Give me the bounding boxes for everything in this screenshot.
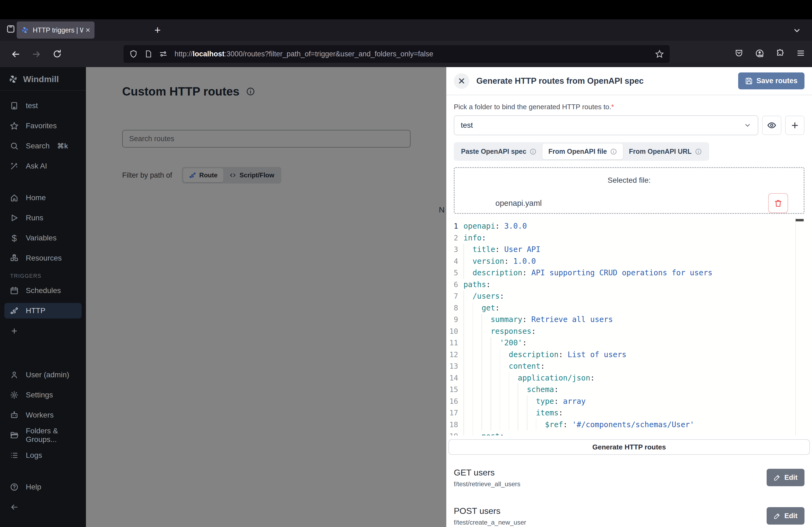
required-asterisk: * — [611, 103, 614, 111]
save-icon — [745, 77, 753, 85]
robot-icon — [10, 410, 19, 420]
sidebar-item-help[interactable]: Help — [4, 479, 82, 495]
user-icon — [10, 370, 19, 379]
route-icon — [10, 306, 19, 315]
route-item: GET users f/test/retrieve_all_users Edit — [454, 468, 804, 488]
sidebar-item-search[interactable]: Search ⌘k — [4, 138, 82, 154]
info-icon — [695, 148, 702, 155]
magic-wand-icon — [10, 162, 19, 171]
menu-hamburger-icon[interactable] — [796, 49, 805, 58]
sidebar-item-label: Help — [26, 483, 41, 491]
sidebar-item-logs[interactable]: Logs — [4, 448, 82, 463]
drawer-close-button[interactable]: ✕ — [454, 73, 469, 89]
page-info-icon[interactable] — [144, 50, 152, 58]
editor-scrollbar-thumb[interactable] — [796, 219, 804, 221]
browser-tab[interactable]: HTTP triggers | Windmill × — [17, 21, 95, 39]
edit-route-button[interactable]: Edit — [767, 469, 804, 486]
code-editor[interactable]: 12345678910111213141516171819 openapi: 3… — [446, 218, 812, 436]
sidebar-item-variables[interactable]: $ Variables — [4, 230, 82, 246]
pencil-icon — [773, 512, 781, 520]
route-path: f/test/create_a_new_user — [454, 519, 767, 526]
sidebar-item-folders-groups[interactable]: Folders & Groups... — [4, 427, 82, 443]
sidebar-item-user[interactable]: User (admin) — [4, 367, 82, 383]
brand[interactable]: Windmill — [0, 67, 86, 90]
sidebar-item-http[interactable]: HTTP — [4, 303, 82, 318]
search-shortcut: ⌘k — [57, 142, 68, 150]
route-name: POST users — [454, 506, 767, 516]
pocket-icon[interactable] — [735, 49, 743, 58]
toggle-script-flow[interactable]: Script/Flow — [223, 168, 280, 182]
back-icon[interactable] — [11, 49, 20, 59]
sidebar-item-favorites[interactable]: Favorites — [4, 118, 82, 134]
sidebar-collapse[interactable] — [4, 499, 82, 515]
add-folder-button[interactable]: + — [785, 116, 804, 135]
folder-icon — [10, 431, 19, 440]
home-icon — [10, 193, 19, 202]
editor-code[interactable]: openapi: 3.0.0info:title: User APIversio… — [463, 218, 812, 436]
save-routes-button[interactable]: Save routes — [738, 73, 804, 89]
sidebar-item-settings[interactable]: Settings — [4, 387, 82, 403]
generate-routes-button[interactable]: Generate HTTP routes — [448, 439, 810, 455]
main-content-dimmed: Custom HTTP routes Search routes Filter … — [86, 67, 446, 527]
editor-gutter: 12345678910111213141516171819 — [446, 218, 463, 436]
file-dropzone: Selected file: openapi.yaml — [454, 167, 804, 214]
route-name: GET users — [454, 468, 767, 478]
forward-icon[interactable] — [32, 49, 41, 59]
sidebar-item-schedules[interactable]: Schedules — [4, 283, 82, 298]
toggle-route[interactable]: Route — [183, 168, 223, 182]
calendar-icon — [10, 286, 19, 295]
tab-paste-spec[interactable]: Paste OpenAPI spec — [455, 144, 542, 160]
tab-from-file[interactable]: From OpenAPI file — [542, 144, 623, 160]
search-icon — [10, 141, 19, 151]
sidebar-item-label: Home — [26, 194, 46, 202]
extensions-puzzle-icon[interactable] — [776, 49, 785, 58]
tab-title: HTTP triggers | Windmill — [33, 26, 83, 34]
view-folder-button[interactable] — [762, 116, 781, 135]
edit-route-button[interactable]: Edit — [767, 507, 804, 525]
remove-file-button[interactable] — [768, 193, 788, 213]
sidebar-item-label: User (admin) — [26, 371, 69, 379]
sidebar-item-workspace[interactable]: test — [4, 98, 82, 114]
permissions-sliders-icon[interactable] — [159, 50, 168, 58]
clipped-empty-state-text: N — [439, 205, 445, 214]
code-icon — [229, 172, 236, 179]
sidebar-item-label: Settings — [26, 391, 53, 399]
url-bar[interactable]: http://localhost:3000/routes?filter_path… — [124, 45, 670, 63]
url-text[interactable]: http://localhost:3000/routes?filter_path… — [175, 50, 652, 58]
sidebar-item-runs[interactable]: Runs — [4, 210, 82, 226]
account-icon[interactable] — [755, 49, 764, 58]
sidebar-item-label: Ask AI — [26, 162, 47, 170]
drawer-title: Generate HTTP routes from OpenAPI spec — [476, 76, 738, 86]
sidebar-item-label: Folders & Groups... — [26, 427, 76, 444]
path-filter-toggle: Route Script/Flow — [182, 167, 281, 183]
shield-icon[interactable] — [129, 50, 137, 58]
sidebar-item-ask-ai[interactable]: Ask AI — [4, 158, 82, 174]
sidebar-item-add-trigger[interactable]: + — [4, 323, 82, 338]
folder-select[interactable]: test — [454, 115, 758, 135]
route-path: f/test/retrieve_all_users — [454, 480, 767, 488]
route-icon — [189, 172, 196, 179]
pencil-icon — [773, 474, 781, 481]
tab-from-url[interactable]: From OpenAPI URL — [623, 144, 708, 160]
triggers-section-label: TRIGGERS — [10, 273, 82, 279]
reload-icon[interactable] — [53, 49, 62, 59]
star-icon — [10, 121, 19, 131]
editor-scrollbar-track — [795, 218, 796, 436]
info-icon — [530, 148, 536, 155]
bookmark-star-icon[interactable] — [655, 50, 664, 58]
windmill-favicon — [21, 26, 29, 34]
help-icon — [10, 482, 19, 492]
filter-label: Filter by path of — [122, 171, 172, 180]
new-tab-button[interactable]: + — [155, 25, 161, 35]
sidebar-item-resources[interactable]: Resources — [4, 250, 82, 266]
info-icon[interactable] — [246, 87, 255, 96]
tab-library-icon[interactable] — [6, 24, 16, 34]
sidebar-item-label: Logs — [26, 451, 42, 460]
sidebar-item-workers[interactable]: Workers — [4, 407, 82, 423]
list-tabs-chevron-icon[interactable] — [793, 26, 801, 35]
tab-close-icon[interactable]: × — [85, 26, 90, 35]
search-routes-input[interactable]: Search routes — [122, 130, 410, 148]
sidebar-item-home[interactable]: Home — [4, 190, 82, 206]
sidebar-item-label: Favorites — [26, 122, 57, 130]
sidebar-item-label: Resources — [26, 254, 62, 262]
